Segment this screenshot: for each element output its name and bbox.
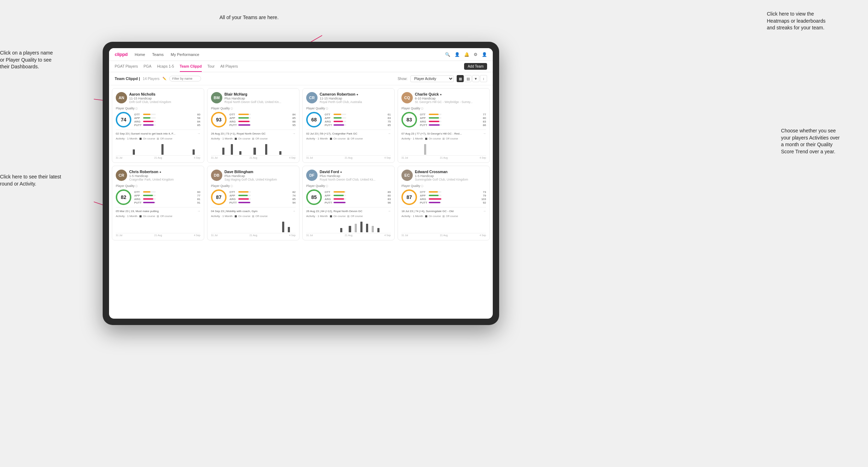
tab-hcaps[interactable]: Hcaps 1-5	[157, 61, 174, 72]
activity-label: Activity · 1 Month	[306, 137, 328, 140]
player-name[interactable]: Cameron Robertson ●	[320, 92, 391, 96]
last-round[interactable]: 26 Aug 23 | 73 (+1), Royal North Devon G…	[211, 130, 296, 135]
list-view-icon[interactable]: ▤	[464, 75, 472, 82]
filter-icon[interactable]: ▼	[472, 75, 479, 82]
next-icon: →	[197, 209, 200, 213]
app-bar	[238, 117, 251, 119]
activity-section: Activity · 1 Month On course Off course …	[116, 137, 200, 159]
chart-label-start: 31 Jul	[306, 156, 313, 159]
search-input[interactable]	[169, 76, 201, 81]
quality-circle[interactable]: 83	[401, 112, 417, 127]
player-card[interactable]: BM Blair McHarg Plus Handicap Royal Nort…	[207, 88, 299, 163]
nav-home[interactable]: Home	[135, 52, 145, 57]
last-round[interactable]: 02 Sep 23 | Sunset round to get back int…	[116, 130, 200, 135]
add-team-button[interactable]: Add Team	[464, 63, 487, 70]
putt-val: 85	[157, 124, 200, 127]
on-course-label: On course	[333, 137, 346, 140]
show-select[interactable]: Player Activity Quality Score Trend	[410, 75, 454, 82]
ott-label: OTT	[325, 190, 332, 194]
putt-bar	[429, 124, 441, 126]
quality-circle[interactable]: 82	[116, 189, 131, 205]
tab-tour[interactable]: Tour	[207, 61, 215, 72]
on-course-dot	[425, 215, 427, 217]
last-round[interactable]: 05 Mar 23 | 19, Must make putting →	[116, 207, 200, 213]
player-name[interactable]: Edward Crossman	[415, 170, 486, 174]
player-card[interactable]: DF David Ford ● Plus Handicap Royal Nort…	[302, 166, 395, 240]
ott-label: OTT	[420, 113, 427, 116]
profile-icon[interactable]: 👤	[455, 52, 460, 57]
player-name[interactable]: Charlie Quick ●	[415, 92, 486, 96]
user-icon[interactable]: 👤	[482, 52, 487, 57]
search-icon[interactable]: 🔍	[445, 52, 450, 57]
player-handicap: Plus Handicap	[224, 97, 296, 100]
last-round[interactable]: 02 Jul 23 | 59 (+17), Craigmillar Park G…	[306, 130, 391, 135]
ott-bar	[238, 114, 251, 115]
player-card[interactable]: CR Cameron Robertson ● 11-15 Handicap Ro…	[302, 88, 395, 163]
last-round-text: 07 Aug 23 | 77 (+7), St George's Hill GC…	[401, 132, 483, 135]
arg-val: 83	[348, 198, 391, 201]
arg-bar	[143, 121, 156, 122]
player-card[interactable]: DB Dave Billingham Plus Handicap Sag Mag…	[207, 166, 299, 240]
arg-val: 83	[443, 120, 486, 123]
tab-all-players[interactable]: All Players	[220, 61, 238, 72]
notification-icon[interactable]: 🔔	[464, 52, 469, 57]
nav-performance[interactable]: My Performance	[171, 52, 199, 57]
tab-pga[interactable]: PGA	[144, 61, 152, 72]
chart-label-mid: 21 Aug	[250, 156, 257, 159]
player-info: Cameron Robertson ● 11-15 Handicap Royal…	[320, 92, 391, 104]
quality-circle[interactable]: 87	[211, 189, 227, 205]
last-round[interactable]: 18 Jul 23 | 74 (+4), Sunningdale GC - Ol…	[401, 207, 486, 213]
tab-team-clippd[interactable]: Team Clippd	[180, 61, 202, 72]
player-name[interactable]: Dave Billingham	[224, 170, 296, 174]
quality-circle[interactable]: 68	[306, 112, 322, 127]
quality-circle[interactable]: 85	[306, 189, 322, 205]
player-avatar: EC	[401, 170, 413, 181]
chart-area	[306, 219, 391, 233]
ott-val: 77	[443, 113, 486, 116]
last-round[interactable]: 04 Sep 23 | Mobility with coach, Gym →	[211, 207, 296, 213]
player-name[interactable]: Blair McHarg	[224, 92, 296, 96]
player-card[interactable]: CR Chris Robertson ● 1-5 Handicap Craigm…	[112, 166, 204, 240]
quality-section: 82 OTT 60 APP 77 ARG 81 PUTT 91	[116, 189, 200, 205]
player-name[interactable]: David Ford ●	[320, 170, 391, 174]
activity-section: Activity · 1 Month On course Off course …	[211, 215, 296, 237]
player-name[interactable]: Aaron Nicholls	[129, 92, 200, 96]
activity-section: Activity · 1 Month On course Off course …	[306, 137, 391, 159]
app-bar	[429, 195, 441, 196]
last-round[interactable]: 26 Aug 23 | 84 (+12), Royal North Devon …	[306, 207, 391, 213]
player-card-header: CR Chris Robertson ● 1-5 Handicap Craigm…	[116, 170, 200, 181]
tab-pgat[interactable]: PGAT Players	[115, 61, 138, 72]
putt-val: 86	[443, 124, 486, 127]
last-round-text: 04 Sep 23 | Mobility with coach, Gym	[211, 210, 292, 213]
chart-labels: 31 Jul 21 Aug 4 Sep	[116, 234, 200, 237]
grid-view-icon[interactable]: ▦	[457, 75, 464, 82]
logo[interactable]: clippd	[115, 52, 127, 57]
chart-area	[211, 219, 296, 233]
player-card[interactable]: EC Edward Crossman 1-5 Handicap Sunningd…	[398, 166, 490, 240]
sort-icon[interactable]: ↕	[480, 75, 487, 82]
ott-val: 60	[157, 190, 200, 194]
nav-icons: 🔍 👤 🔔 ⚙ 👤	[445, 52, 487, 57]
last-round[interactable]: 07 Aug 23 | 77 (+7), St George's Hill GC…	[401, 130, 486, 135]
nav-teams[interactable]: Teams	[152, 52, 164, 57]
chart-labels: 31 Jul 21 Aug 4 Sep	[401, 156, 486, 159]
putt-bar	[429, 202, 441, 203]
chart-label-mid: 21 Aug	[154, 156, 162, 159]
player-name[interactable]: Chris Robertson ●	[129, 170, 200, 174]
player-card-header: BM Blair McHarg Plus Handicap Royal Nort…	[211, 92, 296, 104]
player-handicap: Plus Handicap	[320, 174, 391, 178]
quality-circle[interactable]: 74	[116, 112, 131, 127]
on-course-dot	[235, 215, 237, 217]
quality-circle[interactable]: 93	[211, 112, 227, 127]
quality-circle[interactable]: 87	[401, 189, 417, 205]
stats-grid: OTT 73 APP 79 ARG 103 PUTT 92	[420, 190, 486, 204]
ott-bar	[143, 191, 156, 193]
activity-header: Activity · 1 Month On course Off course	[211, 215, 296, 218]
player-card[interactable]: AN Aaron Nicholls 11-15 Handicap Drift G…	[112, 88, 204, 163]
player-card[interactable]: CQ Charlie Quick ● 6-10 Handicap St. Geo…	[398, 88, 490, 163]
settings-icon[interactable]: ⚙	[474, 52, 478, 57]
activity-section: Activity · 1 Month On course Off course …	[306, 215, 391, 237]
player-info: Charlie Quick ● 6-10 Handicap St. George…	[415, 92, 486, 104]
edit-icon[interactable]: ✏️	[162, 77, 166, 80]
quality-label: Player Quality ⓘ	[116, 184, 200, 188]
